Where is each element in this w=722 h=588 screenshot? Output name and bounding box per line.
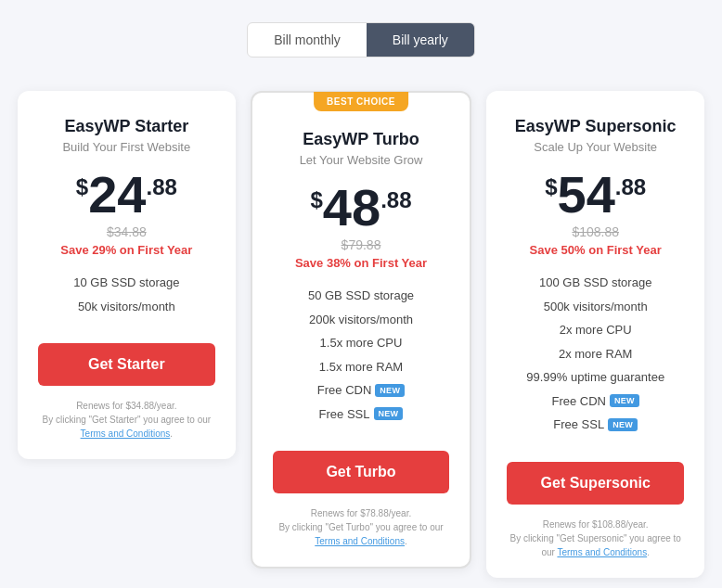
terms-link[interactable]: Terms and Conditions [315,536,405,546]
feature-item: 2x more RAM [507,345,684,364]
price-save: Save 38% on First Year [273,256,450,270]
cta-button-starter[interactable]: Get Starter [38,343,215,386]
feature-item: 500k visitors/month [507,298,684,316]
feature-item: 1.5x more RAM [273,358,450,377]
feature-item: Free CDNNEW [273,381,450,400]
feature-item: 1.5x more CPU [273,334,450,352]
features-list: 50 GB SSD storage200k visitors/month1.5x… [273,287,450,428]
plan-name: EasyWP Supersonic [507,117,684,136]
price-dollar: $ [310,187,322,213]
feature-item: Free SSLNEW [507,415,684,434]
feature-item: 50 GB SSD storage [273,287,450,305]
best-choice-badge: BEST CHOICE [314,92,408,111]
feature-item: 50k visitors/month [38,298,215,316]
plan-subtitle: Build Your First Website [38,140,215,154]
bill-monthly-button[interactable]: Bill monthly [248,23,367,57]
price-cents: .88 [146,174,176,200]
plan-card-turbo: BEST CHOICE EasyWP Turbo Let Your Websit… [251,91,472,569]
price-row: $ 48 .88 [273,182,450,234]
terms-link[interactable]: Terms and Conditions [557,547,647,557]
features-list: 10 GB SSD storage50k visitors/month [38,274,215,321]
plans-container: EasyWP Starter Build Your First Website … [18,91,704,578]
feature-item: Free CDNNEW [507,392,684,411]
cta-button-supersonic[interactable]: Get Supersonic [507,462,684,505]
price-main: 24 [88,169,146,221]
new-badge: NEW [374,407,404,420]
terms-link[interactable]: Terms and Conditions [81,428,171,439]
renew-text: Renews for $78.88/year. By clicking "Get… [273,506,450,548]
price-original: $34.88 [38,224,215,239]
price-cents: .88 [615,174,646,200]
plan-card-starter: EasyWP Starter Build Your First Website … [18,91,236,459]
price-dollar: $ [76,174,88,200]
price-row: $ 54 .88 [507,169,684,221]
price-row: $ 24 .88 [38,169,215,221]
price-original: $108.88 [507,224,684,239]
feature-item: Free SSLNEW [273,405,450,424]
bill-yearly-button[interactable]: Bill yearly [367,23,474,57]
plan-subtitle: Scale Up Your Website [507,140,684,154]
price-save: Save 29% on First Year [38,243,215,257]
renew-text: Renews for $34.88/year. By clicking "Get… [38,399,215,441]
new-badge: NEW [610,394,639,407]
plan-name: EasyWP Starter [38,117,215,136]
new-badge: NEW [375,384,405,397]
price-cents: .88 [380,187,411,213]
feature-item: 10 GB SSD storage [38,274,215,292]
price-main: 54 [558,169,615,221]
price-dollar: $ [545,174,557,200]
new-badge: NEW [608,418,638,431]
price-main: 48 [323,182,380,234]
plan-card-supersonic: EasyWP Supersonic Scale Up Your Website … [486,91,704,578]
plan-subtitle: Let Your Website Grow [273,153,450,167]
feature-item: 200k visitors/month [273,311,450,329]
renew-text: Renews for $108.88/year. By clicking "Ge… [507,518,684,559]
cta-button-turbo[interactable]: Get Turbo [273,451,450,493]
feature-item: 2x more CPU [507,321,684,339]
plan-name: EasyWP Turbo [273,130,450,149]
features-list: 100 GB SSD storage500k visitors/month2x … [507,274,684,440]
feature-item: 100 GB SSD storage [507,274,684,292]
price-save: Save 50% on First Year [507,243,684,257]
price-original: $79.88 [273,237,450,252]
billing-toggle: Bill monthly Bill yearly [247,22,475,58]
feature-item: 99.99% uptime guarantee [507,368,684,387]
